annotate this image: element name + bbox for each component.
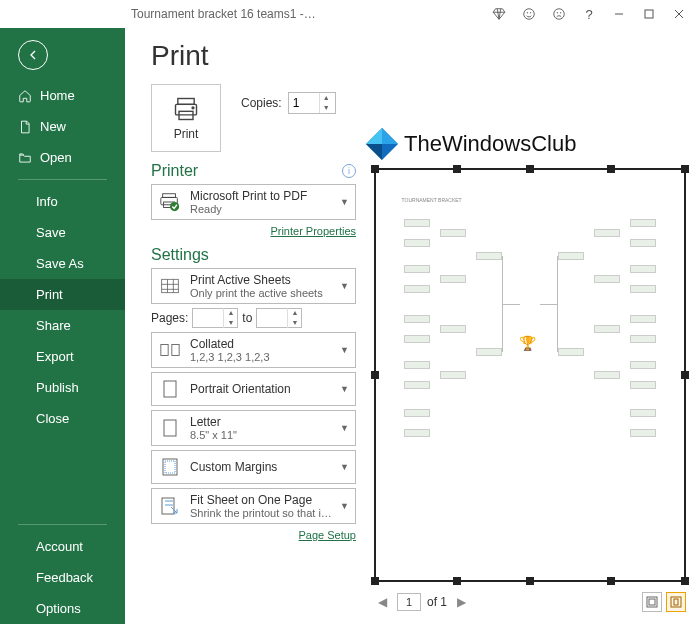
page-count-label: of 1 — [427, 595, 447, 609]
show-margins-button[interactable] — [642, 592, 662, 612]
page-icon — [158, 419, 182, 437]
svg-rect-26 — [164, 381, 176, 397]
pages-to-spinbox[interactable]: ▲▼ — [256, 308, 302, 328]
home-icon — [18, 89, 32, 103]
svg-rect-11 — [178, 99, 194, 105]
smile-icon[interactable] — [514, 7, 544, 21]
printer-icon — [172, 95, 200, 123]
print-preview: TOURNAMENT BRACKET — [374, 168, 686, 582]
printer-ready-icon — [158, 191, 182, 213]
sidebar-item-save[interactable]: Save — [0, 217, 125, 248]
printer-dropdown[interactable]: Microsoft Print to PDF Ready ▼ — [151, 184, 356, 220]
svg-point-14 — [192, 107, 194, 109]
chevron-down-icon: ▼ — [340, 345, 349, 355]
svg-point-5 — [557, 13, 558, 14]
svg-marker-32 — [382, 128, 398, 144]
paper-size-dropdown[interactable]: Letter 8.5" x 11" ▼ — [151, 410, 356, 446]
sidebar-item-new[interactable]: New — [0, 111, 125, 142]
sidebar-item-open[interactable]: Open — [0, 142, 125, 173]
settings-heading: Settings — [151, 246, 356, 264]
print-what-dropdown[interactable]: Print Active Sheets Only print the activ… — [151, 268, 356, 304]
close-button[interactable] — [664, 8, 694, 20]
svg-rect-29 — [165, 461, 175, 473]
chevron-down-icon: ▼ — [340, 281, 349, 291]
svg-rect-36 — [649, 599, 655, 605]
print-panel: Print Print Copies: ▲▼ Printer i — [125, 28, 700, 624]
scaling-icon — [158, 497, 182, 515]
svg-point-1 — [524, 9, 535, 20]
diamond-icon[interactable] — [484, 7, 514, 21]
print-button[interactable]: Print — [151, 84, 221, 152]
sidebar-item-publish[interactable]: Publish — [0, 372, 125, 403]
zoom-to-page-button[interactable] — [666, 592, 686, 612]
orientation-dropdown[interactable]: Portrait Orientation ▼ — [151, 372, 356, 406]
portrait-icon — [158, 380, 182, 398]
sidebar-item-share[interactable]: Share — [0, 310, 125, 341]
collation-dropdown[interactable]: Collated 1,2,3 1,2,3 1,2,3 ▼ — [151, 332, 356, 368]
chevron-down-icon: ▼ — [340, 423, 349, 433]
svg-rect-19 — [162, 279, 179, 292]
preview-page-content: TOURNAMENT BRACKET — [398, 195, 663, 556]
svg-point-3 — [530, 13, 531, 14]
sidebar-item-label: Home — [40, 88, 75, 103]
svg-point-18 — [170, 202, 179, 211]
collated-icon — [158, 342, 182, 358]
sidebar-item-label: Open — [40, 150, 72, 165]
watermark: TheWindowsClub — [364, 126, 686, 162]
copies-spinbox[interactable]: ▲▼ — [288, 92, 336, 114]
copies-label: Copies: — [241, 96, 282, 110]
sidebar-item-close[interactable]: Close — [0, 403, 125, 434]
maximize-button[interactable] — [634, 8, 664, 20]
sheets-icon — [158, 277, 182, 295]
svg-rect-15 — [163, 194, 176, 198]
sidebar-item-home[interactable]: Home — [0, 80, 125, 111]
svg-rect-25 — [172, 345, 179, 356]
print-button-label: Print — [174, 127, 199, 141]
chevron-down-icon: ▼ — [340, 501, 349, 511]
frown-icon[interactable] — [544, 7, 574, 21]
pages-from-spinbox[interactable]: ▲▼ — [192, 308, 238, 328]
open-icon — [18, 151, 32, 165]
svg-point-4 — [554, 9, 565, 20]
chevron-down-icon: ▼ — [340, 384, 349, 394]
minimize-button[interactable] — [604, 8, 634, 20]
svg-rect-24 — [161, 345, 168, 356]
sidebar-item-print[interactable]: Print — [0, 279, 125, 310]
watermark-logo-icon — [364, 126, 400, 162]
info-icon[interactable]: i — [342, 164, 356, 178]
trophy-icon: 🏆 — [519, 335, 536, 351]
sidebar-item-feedback[interactable]: Feedback — [0, 562, 125, 593]
sidebar-item-options[interactable]: Options — [0, 593, 125, 624]
svg-rect-38 — [674, 599, 678, 605]
new-icon — [18, 120, 32, 134]
page-title: Print — [151, 40, 356, 72]
sidebar-item-info[interactable]: Info — [0, 186, 125, 217]
sidebar-item-save-as[interactable]: Save As — [0, 248, 125, 279]
svg-rect-30 — [162, 498, 174, 514]
spin-up[interactable]: ▲ — [320, 93, 333, 103]
spin-down[interactable]: ▼ — [320, 103, 333, 113]
page-setup-link[interactable]: Page Setup — [299, 529, 357, 541]
copies-input[interactable] — [289, 96, 319, 110]
printer-properties-link[interactable]: Printer Properties — [270, 225, 356, 237]
printer-heading: Printer i — [151, 162, 356, 180]
sidebar-item-label: New — [40, 119, 66, 134]
back-button[interactable] — [18, 40, 48, 70]
sidebar-item-export[interactable]: Export — [0, 341, 125, 372]
sidebar-item-account[interactable]: Account — [0, 531, 125, 562]
prev-page-button[interactable]: ◀ — [374, 595, 391, 609]
current-page-input[interactable]: 1 — [397, 593, 421, 611]
margins-icon — [158, 458, 182, 476]
window-title: Tournament bracket 16 teams1 -… — [131, 7, 316, 21]
chevron-down-icon: ▼ — [340, 462, 349, 472]
next-page-button[interactable]: ▶ — [453, 595, 470, 609]
pages-row: Pages: ▲▼ to ▲▼ — [151, 308, 356, 328]
svg-point-2 — [527, 13, 528, 14]
svg-marker-34 — [366, 128, 382, 144]
scaling-dropdown[interactable]: Fit Sheet on One Page Shrink the printou… — [151, 488, 356, 524]
help-icon[interactable]: ? — [574, 7, 604, 22]
svg-rect-8 — [645, 10, 653, 18]
preview-footer: ◀ 1 of 1 ▶ — [374, 590, 686, 614]
margins-dropdown[interactable]: Custom Margins ▼ — [151, 450, 356, 484]
svg-marker-33 — [366, 144, 382, 160]
